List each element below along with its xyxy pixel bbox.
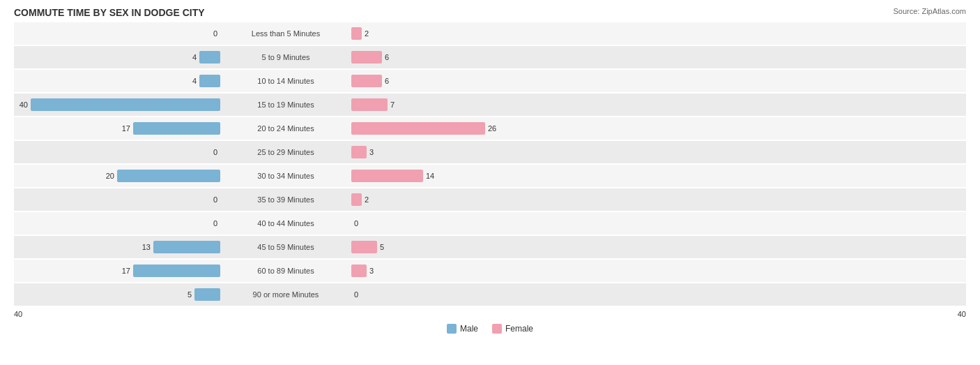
male-bar: [31, 98, 220, 111]
female-legend-label: Female: [505, 324, 533, 334]
female-bar: [351, 170, 423, 182]
row-label: 45 to 59 Minutes: [223, 243, 349, 251]
female-value: 5: [380, 243, 394, 251]
male-value: 20: [100, 172, 114, 180]
male-bar: [199, 75, 220, 87]
row-label: 10 to 14 Minutes: [223, 77, 349, 85]
left-section: 0: [14, 188, 223, 211]
chart-row: 0 40 to 44 Minutes 0: [14, 212, 966, 234]
male-value: 40: [14, 100, 28, 109]
right-section: 6: [349, 70, 558, 92]
male-bar: [199, 51, 220, 64]
female-bar: [351, 27, 362, 40]
left-section: 5: [14, 283, 223, 306]
chart-title: COMMUTE TIME BY SEX IN DODGE CITY: [14, 7, 966, 18]
right-section: 5: [349, 236, 558, 258]
male-bar: [117, 170, 220, 182]
female-bar: [351, 51, 382, 64]
chart-row: 0 25 to 29 Minutes 3: [14, 141, 966, 163]
female-value: 26: [488, 124, 502, 133]
female-value: 7: [390, 100, 404, 109]
chart-row: 0 Less than 5 Minutes 2: [14, 22, 966, 45]
chart-row: 5 90 or more Minutes 0: [14, 283, 966, 306]
legend-male: Male: [447, 324, 478, 334]
male-value: 0: [204, 195, 217, 204]
male-legend-label: Male: [460, 324, 478, 334]
female-value: 6: [385, 53, 399, 61]
legend: Male Female: [14, 324, 966, 334]
left-section: 13: [14, 236, 223, 258]
male-value: 17: [116, 124, 130, 133]
female-legend-box: [492, 324, 502, 334]
left-section: 4: [14, 46, 223, 68]
female-value: 3: [369, 148, 383, 156]
left-section: 20: [14, 165, 223, 187]
legend-female: Female: [492, 324, 533, 334]
left-section: 17: [14, 117, 223, 140]
female-bar: [351, 193, 362, 206]
female-value: 14: [426, 172, 440, 180]
female-value: 3: [369, 267, 383, 275]
right-section: 0: [349, 283, 558, 306]
female-bar: [351, 98, 388, 111]
right-section: 6: [349, 46, 558, 68]
axis-labels: 40 40: [14, 310, 966, 318]
axis-left: 40: [14, 310, 22, 318]
row-label: 20 to 24 Minutes: [223, 124, 349, 133]
right-section: 3: [349, 260, 558, 282]
axis-right: 40: [958, 310, 966, 318]
female-bar: [351, 146, 367, 158]
male-value: 0: [204, 219, 217, 228]
right-section: 2: [349, 22, 558, 45]
female-bar: [351, 122, 485, 135]
male-bar: [133, 122, 220, 135]
row-label: 60 to 89 Minutes: [223, 267, 349, 275]
chart-row: 40 15 to 19 Minutes 7: [14, 94, 966, 116]
chart-row: 20 30 to 34 Minutes 14: [14, 165, 966, 187]
male-value: 5: [178, 290, 192, 299]
left-section: 40: [14, 94, 223, 116]
chart-row: 17 20 to 24 Minutes 26: [14, 117, 966, 140]
right-section: 3: [349, 141, 558, 163]
female-bar: [351, 75, 382, 87]
male-value: 13: [137, 243, 151, 251]
female-value: 0: [354, 219, 368, 228]
chart-row: 17 60 to 89 Minutes 3: [14, 260, 966, 282]
male-value: 4: [183, 77, 197, 85]
chart-row: 0 35 to 39 Minutes 2: [14, 188, 966, 211]
row-label: 90 or more Minutes: [223, 290, 349, 299]
female-value: 2: [365, 195, 378, 204]
right-section: 26: [349, 117, 558, 140]
row-label: Less than 5 Minutes: [223, 29, 349, 38]
right-section: 0: [349, 212, 558, 234]
right-section: 14: [349, 165, 558, 187]
male-bar: [153, 241, 220, 253]
row-label: 35 to 39 Minutes: [223, 195, 349, 204]
right-section: 7: [349, 94, 558, 116]
left-section: 4: [14, 70, 223, 92]
male-bar: [194, 288, 220, 301]
row-label: 5 to 9 Minutes: [223, 53, 349, 61]
female-bar: [351, 241, 377, 253]
female-value: 6: [385, 77, 399, 85]
male-value: 17: [116, 267, 130, 275]
male-bar: [133, 265, 220, 277]
row-label: 25 to 29 Minutes: [223, 148, 349, 156]
chart-rows-wrapper: 0 Less than 5 Minutes 2 4 5 to 9 Minutes…: [14, 22, 966, 308]
male-value: 4: [183, 53, 197, 61]
female-value: 2: [365, 29, 378, 38]
right-section: 2: [349, 188, 558, 211]
male-value: 0: [204, 29, 217, 38]
male-legend-box: [447, 324, 457, 334]
row-label: 40 to 44 Minutes: [223, 219, 349, 228]
chart-row: 4 5 to 9 Minutes 6: [14, 46, 966, 68]
male-value: 0: [204, 148, 217, 156]
row-label: 15 to 19 Minutes: [223, 100, 349, 109]
left-section: 0: [14, 22, 223, 45]
female-value: 0: [354, 290, 368, 299]
chart-container: COMMUTE TIME BY SEX IN DODGE CITY Source…: [0, 0, 980, 365]
chart-row: 13 45 to 59 Minutes 5: [14, 236, 966, 258]
left-section: 0: [14, 212, 223, 234]
left-section: 17: [14, 260, 223, 282]
chart-row: 4 10 to 14 Minutes 6: [14, 70, 966, 92]
